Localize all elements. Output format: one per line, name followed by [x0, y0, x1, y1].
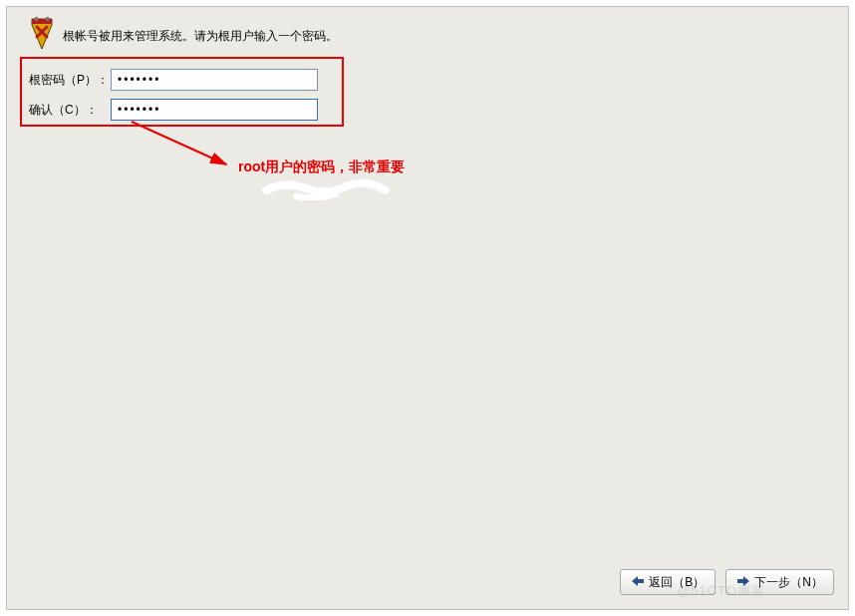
scribble-mark	[256, 176, 396, 200]
shield-icon	[29, 17, 55, 51]
arrow-left-icon	[631, 575, 645, 590]
root-password-input[interactable]	[111, 69, 318, 91]
installer-panel: 根帐号被用来管理系统。请为根用户输入一个密码。 根密码（P）： 确认（C）： r…	[6, 6, 849, 610]
navigation-buttons: 返回（B） 下一步（N）	[620, 569, 834, 595]
root-password-label: 根密码（P）：	[29, 72, 107, 89]
next-button[interactable]: 下一步（N）	[725, 569, 834, 595]
svg-line-3	[132, 122, 226, 164]
back-button[interactable]: 返回（B）	[620, 569, 715, 595]
annotation-text: root用户的密码，非常重要	[238, 158, 405, 176]
annotation-arrow	[127, 117, 246, 176]
password-fields: 根密码（P）： 确认（C）：	[7, 51, 848, 121]
header-row: 根帐号被用来管理系统。请为根用户输入一个密码。	[7, 7, 848, 51]
instruction-text: 根帐号被用来管理系统。请为根用户输入一个密码。	[63, 28, 338, 45]
root-password-row: 根密码（P）：	[29, 69, 834, 91]
next-button-label: 下一步（N）	[754, 574, 823, 591]
confirm-password-row: 确认（C）：	[29, 99, 834, 121]
svg-rect-2	[46, 17, 49, 21]
back-button-label: 返回（B）	[649, 574, 705, 591]
arrow-right-icon	[736, 575, 750, 590]
confirm-password-label: 确认（C）：	[29, 102, 107, 119]
confirm-password-input[interactable]	[111, 99, 318, 121]
svg-rect-1	[35, 17, 38, 21]
